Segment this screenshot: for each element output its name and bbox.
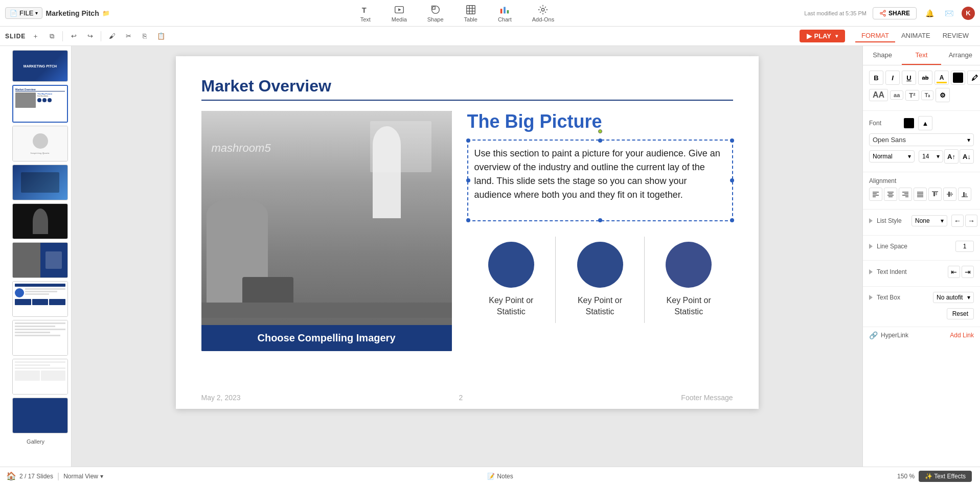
list-style-chevron: ▾	[941, 217, 944, 224]
indent-decrease-btn[interactable]: ←	[951, 215, 964, 227]
slide-thumbnail-10[interactable]	[12, 398, 68, 433]
rpanel-font-name-row: Open Sans ▾	[869, 133, 974, 146]
font-size-up-btn[interactable]: AA	[869, 89, 888, 101]
rpanel-tab-text[interactable]: Text	[902, 46, 941, 65]
cut-button[interactable]: ✂	[122, 30, 135, 43]
slide-thumbnail-7[interactable]	[12, 281, 68, 317]
paint-format-button[interactable]: 🖌	[105, 30, 119, 43]
toolbar-table[interactable]: Table	[460, 2, 482, 25]
rpanel-tab-shape[interactable]: Shape	[863, 46, 902, 65]
effects-icon: ✨	[925, 473, 932, 480]
align-middle-button[interactable]	[943, 188, 956, 201]
subscript-btn[interactable]: T₂	[921, 90, 934, 100]
tab-format[interactable]: FORMAT	[855, 30, 895, 42]
slide-thumbnail-5[interactable]	[12, 203, 68, 239]
font-size-decrease[interactable]: A↓	[960, 149, 974, 164]
slide-thumbnail-8[interactable]	[12, 320, 68, 356]
line-space-input[interactable]	[955, 241, 974, 252]
superscript-btn[interactable]: T²	[905, 90, 919, 101]
align-left-button[interactable]	[869, 188, 882, 201]
notifications-icon[interactable]: 🔔	[923, 7, 936, 20]
highlight-button[interactable]	[951, 71, 965, 85]
redo-button[interactable]: ↪	[83, 30, 97, 43]
list-style-expand-icon[interactable]	[869, 218, 873, 223]
add-slide-button[interactable]: ＋	[29, 30, 42, 43]
add-link-button[interactable]: Add Link	[950, 332, 974, 339]
bold-button[interactable]: B	[869, 71, 883, 85]
textbox-expand-icon[interactable]	[869, 295, 873, 300]
color-underline	[937, 82, 947, 83]
rotation-handle[interactable]	[598, 129, 602, 133]
handle-br[interactable]	[730, 218, 734, 222]
toolbar-text[interactable]: T Text	[356, 2, 375, 25]
doc-title: Marketing Pitch	[45, 9, 99, 17]
list-style-select[interactable]: None ▾	[911, 215, 947, 226]
slide-thumbnail-9[interactable]	[12, 359, 68, 395]
toolbar-chart[interactable]: Chart	[494, 2, 516, 25]
text-settings-btn[interactable]: ⚙	[936, 88, 950, 102]
slide-9-wrapper: 9	[3, 359, 68, 395]
italic-button[interactable]: I	[885, 71, 900, 85]
font-color-button[interactable]: A	[935, 71, 949, 85]
text-indent-in-btn[interactable]: ⇥	[962, 266, 974, 278]
underline-button[interactable]: U	[902, 71, 916, 85]
file-button[interactable]: 📄 FILE ▾	[5, 7, 42, 19]
undo-button[interactable]: ↩	[67, 30, 80, 43]
slide-thumbnail-1[interactable]: MARKETING PITCH	[12, 50, 68, 82]
svg-rect-36	[933, 192, 935, 196]
mail-icon[interactable]: ✉️	[942, 7, 955, 20]
font-size-down-btn[interactable]: aa	[890, 90, 903, 100]
doc-folder-icon[interactable]: 📁	[102, 10, 110, 17]
copy-button[interactable]: ⎘	[138, 30, 151, 43]
text-indent-out-btn[interactable]: ⇤	[948, 266, 960, 278]
slide-thumbnail-4[interactable]	[12, 165, 68, 200]
line-space-expand-icon[interactable]	[869, 244, 873, 249]
align-justify-button[interactable]	[914, 188, 927, 201]
align-right-button[interactable]	[899, 188, 912, 201]
font-size-increase[interactable]: A↑	[944, 149, 959, 164]
text-box-selected[interactable]: Use this section to paint a picture for …	[467, 140, 733, 221]
duplicate-button[interactable]: ⧉	[45, 30, 58, 43]
text-indent-expand-icon[interactable]	[869, 269, 873, 274]
align-bottom-button[interactable]	[958, 188, 971, 201]
user-avatar[interactable]: K	[962, 7, 975, 20]
svg-text:T: T	[361, 6, 366, 14]
handle-tl[interactable]	[466, 138, 470, 143]
play-button[interactable]: ▶ PLAY ▾	[800, 30, 845, 42]
strikethrough-button[interactable]: ab	[918, 71, 932, 85]
share-button[interactable]: SHARE	[873, 7, 917, 19]
slide-left: mashroom5 Choose Compelling Imagery	[201, 111, 452, 351]
text-effects-button[interactable]: ✨ Text Effects	[919, 471, 972, 482]
rpanel-tab-arrange[interactable]: Arrange	[941, 46, 980, 65]
tab-animate[interactable]: ANIMATE	[895, 30, 937, 42]
font-color-picker[interactable]: ▲	[918, 116, 932, 130]
font-color-swatch[interactable]	[904, 118, 914, 128]
tab-review[interactable]: REVIEW	[937, 30, 975, 42]
handle-bl[interactable]	[466, 218, 470, 222]
thumb-6-img	[13, 243, 40, 278]
toolbar-addons[interactable]: Add-Ons	[528, 2, 558, 25]
paste-button[interactable]: 📋	[154, 30, 168, 43]
font-style-select[interactable]: Normal ▾	[869, 150, 915, 163]
view-selector[interactable]: Normal View ▾	[63, 473, 103, 480]
toolbar-shape[interactable]: Shape	[423, 2, 448, 25]
font-select[interactable]: Open Sans ▾	[869, 133, 974, 146]
home-icon[interactable]: 🏠	[6, 471, 16, 481]
align-center-button[interactable]	[884, 188, 897, 201]
handle-tr[interactable]	[730, 138, 734, 143]
align-top-button[interactable]	[928, 188, 942, 201]
handle-bm[interactable]	[598, 218, 602, 222]
handle-ml[interactable]	[466, 178, 470, 182]
indent-increase-btn[interactable]: →	[965, 215, 977, 227]
slide-thumbnail-3[interactable]: Inspiring Quote	[12, 126, 68, 161]
slide-thumbnail-2[interactable]: Market Overview The Big Picture Use this…	[12, 85, 68, 123]
handle-mr[interactable]	[730, 178, 734, 182]
font-size-select[interactable]: 14 ▾	[919, 150, 943, 163]
textbox-autofit-select[interactable]: No autofit ▾	[933, 292, 974, 303]
slide-thumbnail-6[interactable]	[12, 242, 68, 278]
reset-button[interactable]: Reset	[947, 308, 974, 319]
handle-tm[interactable]	[598, 138, 602, 143]
paint-bucket-button[interactable]: 🖍	[967, 71, 980, 85]
notes-button[interactable]: 📝 Notes	[487, 473, 513, 480]
toolbar-media[interactable]: Media	[388, 2, 411, 25]
